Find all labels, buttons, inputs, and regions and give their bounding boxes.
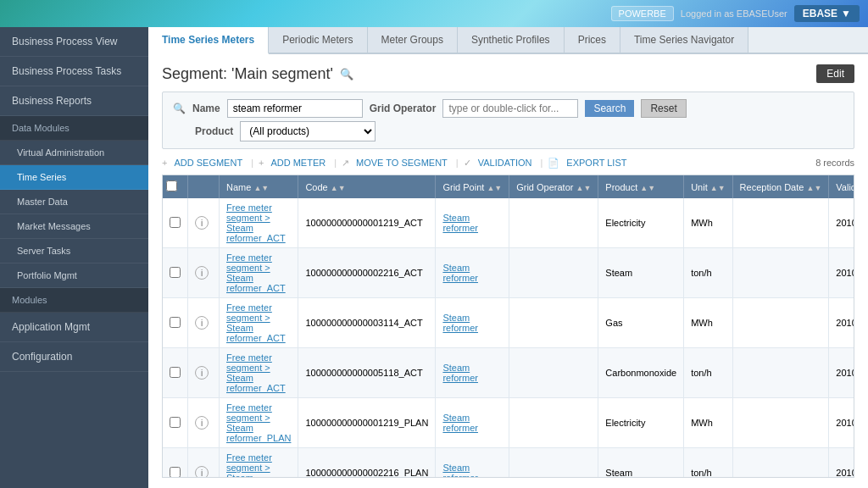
row-grid-point-link[interactable]: Steamreformer — [442, 263, 478, 283]
row-name-link[interactable]: Free meter segment > Steam reformer_ACT — [226, 202, 286, 243]
export-icon: 📄 — [548, 158, 559, 169]
col-grid-operator[interactable]: Grid Operator ▲▼ — [509, 175, 598, 198]
sidebar-item-master-data[interactable]: Master Data — [0, 190, 148, 214]
reset-button[interactable]: Reset — [641, 99, 686, 118]
sidebar-section-data-modules: Data Modules — [0, 116, 148, 141]
row-unit-cell: ton/h — [684, 448, 732, 479]
sidebar-item-business-process-view[interactable]: Business Process View — [0, 27, 148, 57]
row-code-cell: 100000000000002216_PLAN — [298, 448, 436, 479]
row-product-cell: Steam — [598, 448, 684, 479]
col-validation-date[interactable]: Validation Date ▲▼ — [829, 175, 854, 198]
row-reception-date-cell — [732, 398, 829, 448]
tab-prices[interactable]: Prices — [565, 27, 620, 53]
tab-meter-groups[interactable]: Meter Groups — [368, 27, 458, 53]
row-grid-point-link[interactable]: Steamreformer — [442, 463, 478, 478]
row-grid-point-link[interactable]: Steamreformer — [442, 363, 478, 383]
data-table-wrap: Name ▲▼ Code ▲▼ Grid Point ▲▼ Grid Opera… — [162, 175, 854, 478]
col-check — [163, 175, 188, 198]
row-type-icon: i — [195, 416, 209, 430]
add-segment-button[interactable]: ADD SEGMENT — [170, 156, 246, 169]
row-checkbox[interactable] — [170, 217, 181, 228]
move-to-segment-button[interactable]: MOVE TO SEGMENT — [353, 156, 451, 169]
row-validation-date-cell: 2010-12-31 — [829, 198, 854, 248]
ebase-chevron-icon: ▼ — [841, 8, 851, 19]
row-grid-point-cell: Steamreformer — [436, 348, 509, 398]
row-name-cell: Free meter segment > Steam reformer_ACT — [220, 348, 298, 398]
row-grid-operator-cell — [509, 298, 598, 348]
row-code-cell: 100000000000001219_PLAN — [298, 398, 436, 448]
grid-operator-input[interactable] — [442, 99, 578, 118]
row-checkbox[interactable] — [170, 417, 181, 428]
sidebar-item-server-tasks[interactable]: Server Tasks — [0, 239, 148, 263]
col-unit[interactable]: Unit ▲▼ — [684, 175, 732, 198]
row-type-icon: i — [195, 316, 209, 330]
row-name-link[interactable]: Free meter segment > Steam reformer_ACT — [226, 352, 286, 393]
sidebar-item-business-reports[interactable]: Business Reports — [0, 86, 148, 116]
col-name[interactable]: Name ▲▼ — [220, 175, 298, 198]
col-code[interactable]: Code ▲▼ — [298, 175, 436, 198]
row-icon-cell: i — [188, 298, 220, 348]
row-icon-cell: i — [188, 348, 220, 398]
export-list-button[interactable]: EXPORT LIST — [563, 156, 630, 169]
search-icon: 🔍 — [340, 68, 353, 80]
col-product[interactable]: Product ▲▼ — [598, 175, 684, 198]
ebase-badge[interactable]: EBASE ▼ — [794, 5, 860, 22]
row-grid-point-link[interactable]: Steamreformer — [442, 413, 478, 433]
toolbar-sep-1: | — [251, 158, 253, 168]
row-grid-operator-cell — [509, 198, 598, 248]
row-validation-date-cell: 2010-12-31 — [829, 348, 854, 398]
data-table: Name ▲▼ Code ▲▼ Grid Point ▲▼ Grid Opera… — [163, 175, 854, 478]
segment-title: Segment: 'Main segment' — [162, 65, 333, 83]
tab-time-series-meters[interactable]: Time Series Meters — [148, 27, 269, 54]
edit-button[interactable]: Edit — [816, 64, 854, 83]
row-name-link[interactable]: Free meter segment > Steam reformer_ACT — [226, 252, 286, 293]
row-product-cell: Electricity — [598, 198, 684, 248]
row-code-cell: 100000000000002216_ACT — [298, 248, 436, 298]
col-grid-point[interactable]: Grid Point ▲▼ — [436, 175, 509, 198]
row-name-link[interactable]: Free meter segment > Steam reformer_ACT — [226, 302, 286, 343]
row-grid-point-link[interactable]: Steamreformer — [442, 213, 478, 233]
sidebar-item-market-messages[interactable]: Market Messages — [0, 214, 148, 239]
row-unit-cell: ton/h — [684, 348, 732, 398]
row-checkbox[interactable] — [170, 467, 181, 478]
name-input[interactable] — [227, 99, 363, 118]
sidebar-item-portfolio-mgmt[interactable]: Portfolio Mgmt — [0, 263, 148, 288]
row-checkbox-cell — [163, 448, 188, 479]
row-checkbox[interactable] — [170, 317, 181, 328]
row-name-link[interactable]: Free meter segment > Steam reformer_PLAN — [226, 452, 291, 478]
tab-synthetic-profiles[interactable]: Synthetic Profiles — [458, 27, 565, 53]
records-count: 8 records — [815, 158, 854, 168]
add-meter-button[interactable]: ADD METER — [267, 156, 329, 169]
row-validation-date-cell: 2010-12-31 — [829, 298, 854, 348]
logged-in-label: Logged in as EBASEUser — [681, 8, 787, 19]
col-reception-date[interactable]: Reception Date ▲▼ — [732, 175, 829, 198]
row-grid-point-cell: Steamreformer — [436, 298, 509, 348]
row-grid-point-link[interactable]: Steamreformer — [442, 313, 478, 333]
move-icon: ↗ — [342, 158, 349, 169]
select-all-checkbox[interactable] — [166, 180, 177, 191]
table-toolbar: + ADD SEGMENT | + ADD METER | ↗ MOVE TO … — [162, 156, 854, 169]
sidebar-item-business-process-tasks[interactable]: Business Process Tasks — [0, 57, 148, 86]
row-checkbox[interactable] — [170, 267, 181, 278]
search-icon-small: 🔍 — [173, 103, 186, 114]
row-icon-cell: i — [188, 248, 220, 298]
tab-time-series-navigator[interactable]: Time Series Navigator — [620, 27, 748, 53]
product-select[interactable]: (All products) Electricity Gas Steam Car… — [240, 121, 376, 141]
row-icon-cell: i — [188, 198, 220, 248]
tab-periodic-meters[interactable]: Periodic Meters — [269, 27, 367, 53]
sidebar-item-time-series[interactable]: Time Series — [0, 165, 148, 190]
sidebar-item-configuration[interactable]: Configuration — [0, 342, 148, 372]
validation-button[interactable]: VALIDATION — [475, 156, 536, 169]
name-label: Name — [192, 103, 220, 114]
add-segment-icon: + — [162, 158, 167, 168]
search-button[interactable]: Search — [585, 100, 634, 117]
row-type-icon: i — [195, 466, 209, 478]
powerbe-button[interactable]: POWERBE — [611, 6, 674, 21]
row-checkbox[interactable] — [170, 367, 181, 378]
top-bar-right: POWERBE Logged in as EBASEUser EBASE ▼ — [611, 5, 860, 22]
row-product-cell: Carbonmonoxide — [598, 348, 684, 398]
sidebar-item-virtual-administration[interactable]: Virtual Administration — [0, 141, 148, 165]
main-layout: Business Process View Business Process T… — [0, 27, 868, 488]
sidebar-item-application-mgmt[interactable]: Application Mgmt — [0, 313, 148, 342]
row-name-link[interactable]: Free meter segment > Steam reformer_PLAN — [226, 402, 291, 443]
